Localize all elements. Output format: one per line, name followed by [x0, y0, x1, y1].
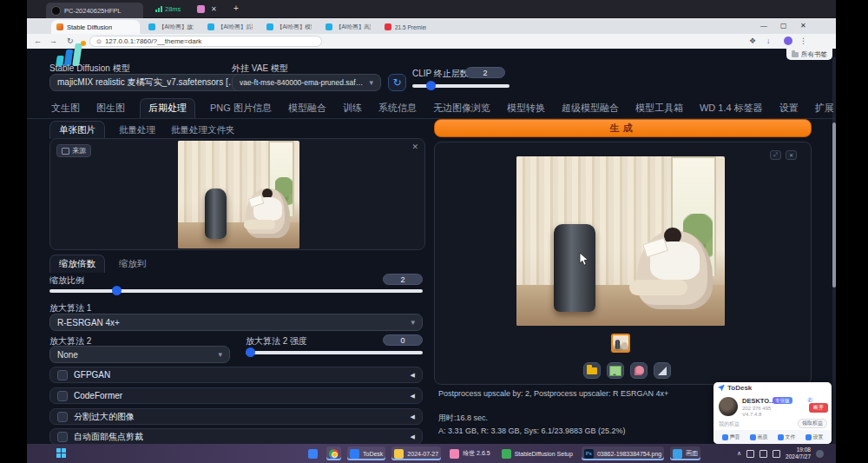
all-bookmarks-chip[interactable]: 所有书签 [786, 49, 832, 60]
todesk-window[interactable]: ToDesk DESKTO... 专业版 ✆ 202 376 495 V4.7.… [713, 382, 832, 444]
send-to-img2img-button[interactable] [630, 362, 648, 379]
save-image-button[interactable] [607, 362, 624, 379]
main-tab[interactable]: PNG 图片信息 [208, 99, 273, 119]
browser-tab[interactable]: 21.5 Premiere [379, 20, 431, 34]
browser-tab-active[interactable]: Stable Diffusion [51, 20, 140, 34]
scrollbar-thumb[interactable] [832, 122, 836, 288]
checkbox[interactable] [57, 370, 68, 380]
notification-icon[interactable] [816, 450, 824, 458]
downloads-icon[interactable]: ↓ [766, 36, 771, 45]
accordion-auto-face-crop[interactable]: 自动面部焦点剪裁 ◀ [49, 428, 423, 445]
main-tab[interactable]: 模型工具箱 [634, 99, 685, 119]
accordion-codeformer[interactable]: CodeFormer ◀ [49, 387, 423, 404]
checkbox[interactable] [57, 412, 68, 422]
remote-new-tab-button[interactable]: + [233, 3, 239, 13]
taskbar-app-paint[interactable]: 画图 [670, 446, 700, 460]
generate-button[interactable]: 生成 [434, 119, 812, 137]
site-info-icon[interactable]: ⊙ [96, 38, 102, 45]
main-tab-bar: 文生图图生图后期处理PNG 图片信息模型融合训练系统信息无边图像浏览模型转换超级… [49, 98, 836, 119]
slider-handle[interactable] [112, 286, 122, 295]
taskbar-app-chrome[interactable] [326, 446, 341, 460]
profile-avatar[interactable] [784, 36, 792, 45]
source-image-preview[interactable] [178, 141, 299, 248]
gallery-thumbnail-selected[interactable] [611, 334, 630, 353]
extensions-icon[interactable]: ❖ [749, 36, 756, 45]
todesk-disconnect-button[interactable]: 断开 [809, 403, 828, 413]
main-tab[interactable]: WD 1.4 标签器 [698, 99, 765, 119]
tray-network-icon[interactable] [746, 450, 754, 458]
clip-skip-label: CLIP 终止层数 [412, 68, 469, 80]
address-bar[interactable]: ⊙ 127.0.0.1:7860/?__theme=dark [89, 36, 322, 47]
main-tab[interactable]: 图生图 [95, 99, 127, 119]
scale-mode-tab[interactable]: 缩放倍数 [49, 255, 105, 273]
todesk-action[interactable]: 文件 [778, 433, 796, 441]
taskbar-folder[interactable]: 2024-07-27 [391, 446, 441, 460]
scale-ratio-slider[interactable] [49, 289, 423, 293]
upscaler2-dropdown[interactable]: None ▾ [49, 346, 230, 363]
send-to-extras-button[interactable] [654, 362, 671, 379]
back-icon[interactable]: ← [34, 36, 42, 45]
clip-skip-slider[interactable] [412, 84, 510, 88]
taskbar-app-photoshop[interactable]: Ps 03862-1983384754.png [582, 446, 664, 460]
remote-session-tab[interactable]: PC-20240625HFPL [46, 3, 143, 18]
scale-mode-tab[interactable]: 缩放到 [117, 255, 148, 273]
todesk-action[interactable]: 设置 [806, 433, 824, 441]
checkbox[interactable] [57, 432, 68, 442]
window-minimize-button[interactable]: — [760, 22, 767, 30]
clear-image-icon[interactable]: ✕ [411, 142, 418, 151]
todesk-perk-button[interactable]: 领取权益 [798, 419, 827, 428]
extras-subtab[interactable]: 批量处理文件夹 [169, 122, 237, 139]
vae-refresh-button[interactable]: ↻ [388, 74, 406, 91]
taskbar-clock[interactable]: 19:08 2024/7/27 [786, 446, 811, 460]
upscaler2-strength-value[interactable]: 0 [383, 334, 423, 346]
clip-skip-value[interactable]: 2 [465, 67, 505, 78]
accordion-split-oversized[interactable]: 分割过大的图像 ◀ [49, 408, 423, 425]
open-folder-button[interactable] [583, 362, 601, 379]
main-tab[interactable]: 设置 [778, 99, 800, 119]
main-tab[interactable]: 系统信息 [377, 99, 418, 119]
browser-tab[interactable]: 【AI绘画】后期处理教程 - 哔哩哔哩 [202, 20, 258, 34]
close-preview-icon[interactable]: ✕ [786, 150, 797, 160]
main-tab[interactable]: 模型融合 [286, 99, 328, 119]
remote-tab-close-icon[interactable]: ✕ [211, 5, 217, 13]
window-maximize-button[interactable]: ▢ [780, 22, 787, 30]
main-tab[interactable]: 训练 [341, 99, 364, 119]
slider-handle[interactable] [426, 81, 436, 90]
accordion-gfpgan[interactable]: GFPGAN ◀ [49, 367, 423, 383]
browser-tab[interactable]: 【AI绘画】放大算法对比 - 哔哩哔哩 [143, 20, 199, 34]
window-close-button[interactable]: ✕ [800, 22, 806, 30]
upscaler1-dropdown[interactable]: R-ESRGAN 4x+ ▾ [49, 314, 423, 331]
extras-subtab[interactable]: 单张图片 [49, 121, 105, 139]
main-tab[interactable]: 模型转换 [505, 99, 547, 119]
todesk-title-bar[interactable]: ToDesk [713, 382, 832, 394]
todesk-action[interactable]: 声音 [722, 433, 740, 441]
vae-dropdown[interactable]: vae-ft-mse-840000-ema-pruned.safetensors… [232, 74, 381, 91]
main-tab[interactable]: 无边图像浏览 [431, 99, 492, 119]
checkbox[interactable] [57, 391, 68, 401]
fullscreen-icon[interactable]: ⤢ [770, 150, 781, 160]
tray-chevron-icon[interactable]: ∧ [737, 450, 741, 457]
main-tab[interactable]: 文生图 [49, 99, 82, 119]
main-tab[interactable]: 超级模型融合 [560, 99, 621, 119]
slider-handle[interactable] [246, 347, 255, 357]
sd-model-dropdown[interactable]: majicMIX realistic 麦橘写实_v7.safetensors [… [49, 74, 256, 91]
browser-tab[interactable]: 【AI绘画】模型安装教程 - 哔哩哔哩 [261, 20, 317, 34]
collapse-arrow-icon: ◀ [411, 413, 415, 420]
start-button[interactable] [56, 448, 67, 459]
main-tab[interactable]: 后期处理 [140, 98, 195, 119]
tray-sound-icon[interactable] [760, 450, 767, 458]
main-tab[interactable]: 扩展 [813, 99, 836, 119]
upscaler2-strength-slider[interactable] [246, 351, 423, 354]
taskbar-app-huishi[interactable]: 绘世 2.6.5 [447, 446, 493, 460]
scale-ratio-value[interactable]: 2 [383, 274, 423, 285]
browser-menu-icon[interactable]: ⋮ [799, 36, 807, 45]
taskbar-app-files[interactable] [306, 446, 320, 460]
tray-ime-icon[interactable] [773, 450, 780, 458]
session-record-icon[interactable] [197, 5, 205, 13]
taskbar-app-setup[interactable]: StableDiffusion Setup [499, 446, 575, 460]
todesk-action[interactable]: 画质 [750, 433, 768, 441]
taskbar-app-todesk[interactable]: ToDesk [347, 446, 385, 460]
browser-tab[interactable]: 【AI绘画】高清修复教程 - 哔哩哔哩 [320, 20, 376, 34]
output-image[interactable] [516, 156, 725, 326]
extras-subtab[interactable]: 批量处理 [117, 122, 157, 139]
